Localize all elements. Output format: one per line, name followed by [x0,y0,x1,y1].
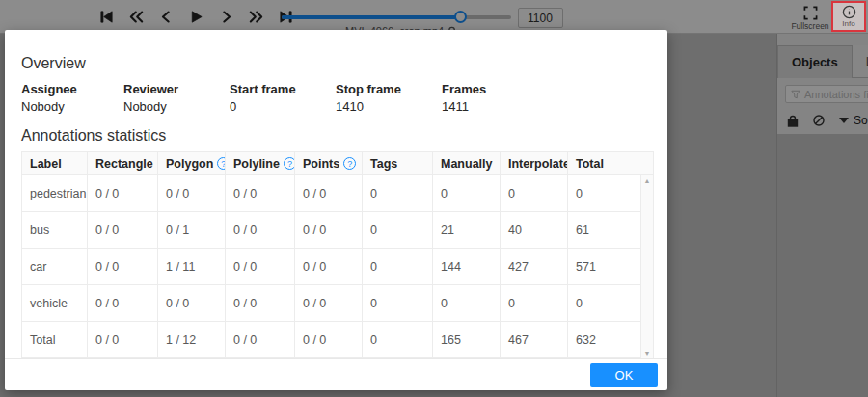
col-tags: Tags [363,152,433,175]
cell: 0 [433,175,501,212]
help-icon[interactable]: ? [217,157,225,170]
field-value: 0 [230,99,336,114]
cell: 0 / 0 [88,212,158,249]
scroll-up-icon[interactable]: ▲ [641,177,653,184]
table-row-pedestrian: pedestrian0 / 00 / 00 / 00 / 00000 [22,175,654,212]
cell: 0 [363,285,433,322]
info-label: Info [833,19,864,28]
cell: 0 / 0 [295,285,363,322]
col-interpolated: Interpolated [501,152,568,175]
cell: 0 / 0 [88,285,158,322]
cell: 0 [433,285,501,322]
cell: vehicle [22,285,88,322]
cell: 144 [433,249,501,285]
field-value: Nobody [123,99,230,114]
table-row-vehicle: vehicle0 / 00 / 00 / 00 / 00000 [22,285,654,322]
cell: 0 / 0 [226,285,295,322]
cell: 0 / 0 [295,322,363,358]
cell: 0 [363,322,433,358]
help-icon[interactable]: ? [284,157,295,170]
help-icon[interactable]: ? [343,157,356,170]
cell: 467 [501,322,568,358]
cell: 0 / 1 [158,212,226,249]
field-start-frame: Start frame 0 [230,82,336,114]
overview-fields: Assignee Nobody Reviewer Nobody Start fr… [21,82,651,114]
modal-footer: OK [5,358,667,390]
cell: pedestrian [22,175,88,212]
cell: 0 [363,249,433,285]
field-label: Assignee [21,82,123,96]
field-reviewer: Reviewer Nobody [123,82,230,114]
field-label: Start frame [230,82,336,96]
cell: 1 / 12 [158,322,226,358]
col-polygon: Polygon? [158,152,226,175]
cell: 0 / 0 [295,212,363,249]
col-polyline: Polyline? [226,152,295,175]
cell: 0 [501,175,568,212]
cell: 0 / 0 [295,175,363,212]
statistics-table-wrapper: Label Rectangle? Polygon? Polyline? Poin… [21,151,653,358]
field-label: Stop frame [336,82,442,96]
ok-button[interactable]: OK [590,363,658,387]
cell: 1 / 11 [158,249,226,285]
col-label: Label [22,152,88,175]
col-manually: Manually [433,152,501,175]
field-label: Frames [442,82,538,96]
overview-title: Overview [21,55,651,72]
field-assignee: Assignee Nobody [21,82,123,114]
cell: 40 [501,212,568,249]
field-value: Nobody [21,99,123,114]
cell: 0 / 0 [158,285,226,322]
field-frames: Frames 1411 [442,82,538,114]
table-row-bus: bus0 / 00 / 10 / 00 / 00214061 [22,212,654,249]
scroll-down-icon[interactable]: ▼ [641,350,653,357]
cell: 0 / 0 [88,175,158,212]
table-scrollbar[interactable]: ▲ ▼ [640,175,653,358]
info-icon [842,5,856,19]
cell: bus [22,212,88,249]
table-header-row: Label Rectangle? Polygon? Polyline? Poin… [22,152,654,175]
cell: 0 / 0 [158,175,226,212]
cell: 427 [501,249,568,285]
table-row-total: Total0 / 01 / 120 / 00 / 00165467632 [22,322,654,358]
cell: 0 [501,285,568,322]
col-points: Points? [295,152,363,175]
cell: 0 / 0 [226,322,295,358]
col-total: Total [568,152,654,175]
cell: 0 [363,212,433,249]
job-info-modal: Overview Assignee Nobody Reviewer Nobody… [5,30,667,390]
cell: 0 [363,175,433,212]
table-row-car: car0 / 01 / 110 / 00 / 00144427571 [22,249,654,285]
field-value: 1411 [442,99,538,114]
statistics-table: Label Rectangle? Polygon? Polyline? Poin… [21,151,654,358]
cell: 0 / 0 [88,322,158,358]
field-stop-frame: Stop frame 1410 [336,82,442,114]
cell: 0 / 0 [295,249,363,285]
cell: Total [22,322,88,358]
cell: 0 / 0 [88,249,158,285]
col-rectangle: Rectangle? [88,152,158,175]
cell: 0 / 0 [226,212,295,249]
field-label: Reviewer [123,82,230,96]
cell: 165 [433,322,501,358]
cell: 0 / 0 [226,175,295,212]
cell: 0 / 0 [226,249,295,285]
field-value: 1410 [336,99,442,114]
annotations-statistics-title: Annotations statistics [21,127,651,145]
cell: 21 [433,212,501,249]
info-button[interactable]: Info [831,1,866,32]
cell: car [22,249,88,285]
